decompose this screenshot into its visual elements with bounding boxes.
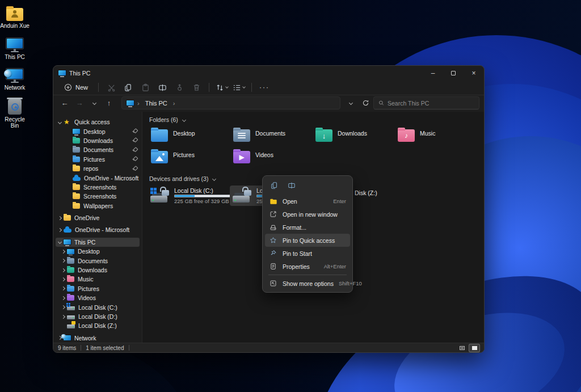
view-icon[interactable] [231, 82, 246, 93]
folders-section-header[interactable]: Folders (6) [142, 112, 484, 127]
desktop-icon-recycle-bin[interactable]: Recycle Bin [0, 98, 30, 129]
downloads-folder-icon: ↓ [315, 129, 332, 142]
delete-icon[interactable] [189, 82, 204, 93]
pictures-folder-icon [73, 157, 80, 162]
desktop-icon-label: Anduin Xue [0, 23, 30, 29]
breadcrumb-this-pc[interactable]: This PC [143, 99, 170, 107]
sidebar-item-local-disk-z[interactable]: Local Disk (Z:) [56, 321, 140, 330]
address-dropdown-button[interactable] [344, 97, 357, 109]
menu-item-pin-to-quick-access[interactable]: Pin to Quick access [265, 234, 350, 247]
chevron-right-icon [57, 216, 61, 220]
copy-icon[interactable] [267, 180, 282, 191]
sidebar-item-screenshots-2[interactable]: Screenshots [56, 192, 140, 201]
sidebar-item-onedrive[interactable]: OneDrive [56, 213, 140, 222]
menu-separator [268, 275, 347, 275]
folder-tile-documents[interactable]: Documents [230, 127, 312, 145]
sidebar-item-local-disk-d[interactable]: Local Disk (D:) [56, 312, 140, 321]
see-more-icon[interactable]: ··· [257, 82, 272, 93]
drive-z-locked-icon [67, 324, 75, 328]
copy-icon[interactable] [121, 82, 136, 93]
menu-item-open-in-new-window[interactable]: Open in new window [265, 208, 350, 221]
drive-tile-c[interactable]: Local Disk (C:) 225 GB free of 329 GB [148, 186, 228, 206]
folder-icon [73, 166, 80, 171]
status-bar: 9 items 1 item selected [53, 343, 484, 352]
sidebar-item-repos[interactable]: repos [56, 164, 140, 173]
desktop-icon-label: Recycle Bin [0, 116, 30, 129]
sidebar-item-videos[interactable]: Videos [56, 293, 140, 302]
rename-icon[interactable] [155, 82, 170, 93]
onedrive-cloud-icon [73, 177, 81, 181]
paste-icon[interactable] [138, 82, 153, 93]
sidebar-item-desktop[interactable]: Desktop [56, 247, 140, 256]
up-button[interactable]: ↑ [102, 97, 116, 109]
sidebar-item-quick-access[interactable]: Quick access [56, 117, 140, 127]
title-bar[interactable]: This PC – × [53, 66, 484, 80]
details-view-button[interactable] [457, 344, 467, 352]
toolbar-separator [251, 83, 252, 92]
folder-icon [73, 184, 80, 190]
folder-tile-desktop[interactable]: Desktop [148, 127, 230, 145]
menu-item-format[interactable]: Format... [265, 221, 350, 234]
user-folder-icon [6, 8, 23, 21]
documents-folder-icon [67, 258, 74, 264]
desktop-icon-this-pc[interactable]: This PC [0, 35, 30, 60]
menu-item-open[interactable]: Open Enter [265, 195, 350, 208]
rename-icon[interactable] [284, 180, 299, 191]
drive-d-icon [233, 187, 253, 203]
pin-icon [131, 129, 136, 134]
toolbar-separator [98, 83, 99, 92]
sidebar-item-documents-qa[interactable]: Documents [56, 145, 140, 154]
sidebar-item-onedrive-microsoft-qa[interactable]: OneDrive - Microsoft [56, 173, 140, 182]
icons-view-button[interactable] [469, 344, 479, 352]
minimize-button[interactable]: – [423, 66, 443, 80]
desktop-folder-icon [151, 129, 168, 142]
back-button[interactable]: ← [58, 97, 71, 109]
maximize-button[interactable] [443, 66, 464, 80]
desktop-icon-user-folder[interactable]: Anduin Xue [0, 4, 30, 29]
sidebar-item-this-pc[interactable]: This PC [56, 238, 140, 247]
sidebar-item-network[interactable]: Network [56, 334, 140, 343]
sidebar-item-onedrive-microsoft[interactable]: OneDrive - Microsoft [56, 225, 140, 234]
forward-button[interactable]: → [73, 97, 86, 109]
recent-locations-button[interactable] [87, 97, 101, 109]
sidebar-item-pictures-qa[interactable]: Pictures [56, 155, 140, 164]
sidebar-item-screenshots-1[interactable]: Screenshots [56, 183, 140, 192]
share-icon[interactable] [172, 82, 187, 93]
search-box[interactable] [373, 96, 479, 109]
refresh-button[interactable] [359, 97, 372, 109]
breadcrumb[interactable]: › This PC › [121, 96, 340, 109]
network-icon [6, 69, 23, 83]
status-separator [81, 345, 81, 351]
sidebar-item-downloads-qa[interactable]: Downloads [56, 136, 140, 145]
sidebar-item-wallpapers[interactable]: Wallpapers [56, 201, 140, 210]
sort-icon[interactable] [214, 82, 229, 93]
pin-to-start-icon [269, 250, 277, 257]
menu-item-pin-to-start[interactable]: Pin to Start [265, 247, 350, 260]
sidebar-item-pictures[interactable]: Pictures [56, 284, 140, 293]
sidebar-item-downloads[interactable]: Downloads [56, 265, 140, 275]
desktop-icon-network[interactable]: Network [0, 66, 30, 91]
documents-folder-icon [73, 147, 80, 153]
open-new-window-icon [269, 210, 277, 218]
search-input[interactable] [388, 100, 474, 107]
icons-view-icon [472, 346, 477, 350]
sidebar-item-music[interactable]: Music [56, 275, 140, 284]
sidebar-item-local-disk-c[interactable]: Local Disk (C:) [56, 302, 140, 311]
chevron-right-icon [61, 296, 65, 300]
sidebar-item-desktop-qa[interactable]: Desktop [56, 127, 140, 136]
folder-tile-music[interactable]: ♪ Music [394, 127, 477, 145]
pictures-folder-icon [151, 151, 168, 163]
menu-item-properties[interactable]: Properties Alt+Enter [265, 260, 350, 273]
desktop-icon [73, 129, 80, 134]
cut-icon[interactable] [104, 82, 119, 93]
folder-tile-downloads[interactable]: ↓ Downloads [312, 127, 394, 145]
new-button[interactable]: New [59, 82, 93, 93]
folder-tile-pictures[interactable]: Pictures [148, 148, 230, 166]
menu-item-show-more-options[interactable]: Show more options Shift+F10 [265, 277, 350, 290]
folder-tile-videos[interactable]: ▶ Videos [230, 148, 312, 166]
sidebar-item-documents[interactable]: Documents [56, 256, 140, 265]
chevron-right-icon [61, 286, 65, 290]
items-count: 9 items [58, 345, 76, 351]
close-button[interactable]: × [464, 66, 484, 80]
chevron-right-icon [61, 259, 65, 263]
